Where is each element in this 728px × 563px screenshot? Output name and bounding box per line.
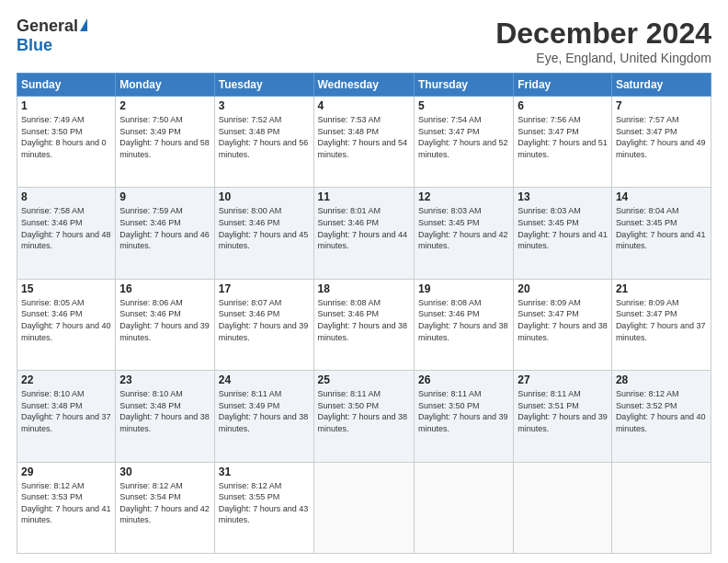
day-info: Sunrise: 7:50 AMSunset: 3:49 PMDaylight:… <box>119 114 210 160</box>
calendar-cell <box>313 462 414 553</box>
day-info: Sunrise: 8:00 AMSunset: 3:46 PMDaylight:… <box>219 205 310 251</box>
day-number: 8 <box>21 190 111 203</box>
daylight-text: Daylight: 7 hours and 37 minutes. <box>616 321 706 342</box>
day-info: Sunrise: 8:12 AMSunset: 3:53 PMDaylight:… <box>21 480 111 526</box>
day-info: Sunrise: 7:52 AMSunset: 3:48 PMDaylight:… <box>219 114 310 160</box>
calendar-cell: 13Sunrise: 8:03 AMSunset: 3:45 PMDayligh… <box>514 188 612 279</box>
sunrise-text: Sunrise: 8:04 AM <box>616 206 679 215</box>
daylight-text: Daylight: 7 hours and 39 minutes. <box>518 412 608 433</box>
sunrise-text: Sunrise: 8:01 AM <box>318 206 381 215</box>
calendar-week-row-3: 15Sunrise: 8:05 AMSunset: 3:46 PMDayligh… <box>17 279 711 370</box>
day-info: Sunrise: 8:11 AMSunset: 3:49 PMDaylight:… <box>219 388 310 434</box>
day-info: Sunrise: 8:06 AMSunset: 3:46 PMDaylight:… <box>119 297 210 343</box>
daylight-text: Daylight: 7 hours and 54 minutes. <box>318 138 408 159</box>
day-number: 15 <box>21 282 111 295</box>
sunrise-text: Sunrise: 8:07 AM <box>219 298 282 307</box>
sunset-text: Sunset: 3:50 PM <box>318 401 380 410</box>
sunset-text: Sunset: 3:46 PM <box>219 218 280 227</box>
calendar-cell: 12Sunrise: 8:03 AMSunset: 3:45 PMDayligh… <box>414 188 513 279</box>
daylight-text: Daylight: 7 hours and 41 minutes. <box>616 230 706 251</box>
calendar-cell: 26Sunrise: 8:11 AMSunset: 3:50 PMDayligh… <box>414 371 513 462</box>
daylight-text: Daylight: 7 hours and 40 minutes. <box>616 412 706 433</box>
sunrise-text: Sunrise: 8:10 AM <box>21 389 85 398</box>
daylight-text: Daylight: 7 hours and 45 minutes. <box>219 230 309 251</box>
day-number: 13 <box>518 190 608 203</box>
day-number: 4 <box>318 99 410 112</box>
daylight-text: Daylight: 7 hours and 38 minutes. <box>418 321 508 342</box>
sunset-text: Sunset: 3:47 PM <box>616 309 677 318</box>
sunset-text: Sunset: 3:46 PM <box>418 309 480 318</box>
day-number: 9 <box>119 190 210 203</box>
sunrise-text: Sunrise: 8:00 AM <box>219 206 282 215</box>
month-title: December 2024 <box>495 17 711 51</box>
sunset-text: Sunset: 3:49 PM <box>119 127 181 136</box>
sunrise-text: Sunrise: 8:08 AM <box>318 298 381 307</box>
day-number: 5 <box>418 99 509 112</box>
sunset-text: Sunset: 3:45 PM <box>518 218 579 227</box>
sunset-text: Sunset: 3:48 PM <box>21 401 83 410</box>
sunrise-text: Sunrise: 7:59 AM <box>119 206 183 215</box>
title-block: December 2024 Eye, England, United Kingd… <box>495 17 711 65</box>
day-info: Sunrise: 8:12 AMSunset: 3:52 PMDaylight:… <box>616 388 707 434</box>
day-info: Sunrise: 7:53 AMSunset: 3:48 PMDaylight:… <box>318 114 410 160</box>
calendar-cell: 3Sunrise: 7:52 AMSunset: 3:48 PMDaylight… <box>214 97 313 188</box>
header: General Blue December 2024 Eye, England,… <box>17 17 711 65</box>
sunset-text: Sunset: 3:53 PM <box>21 492 83 501</box>
sunset-text: Sunset: 3:49 PM <box>219 401 280 410</box>
daylight-text: Daylight: 7 hours and 42 minutes. <box>119 504 210 525</box>
calendar-cell: 1Sunrise: 7:49 AMSunset: 3:50 PMDaylight… <box>17 97 116 188</box>
day-number: 29 <box>21 465 111 478</box>
daylight-text: Daylight: 7 hours and 41 minutes. <box>21 504 111 525</box>
day-number: 18 <box>318 282 410 295</box>
daylight-text: Daylight: 7 hours and 43 minutes. <box>219 504 309 525</box>
calendar-cell: 25Sunrise: 8:11 AMSunset: 3:50 PMDayligh… <box>313 371 414 462</box>
daylight-text: Daylight: 7 hours and 39 minutes. <box>219 321 309 342</box>
day-info: Sunrise: 8:11 AMSunset: 3:50 PMDaylight:… <box>318 388 410 434</box>
sunrise-text: Sunrise: 7:52 AM <box>219 115 282 124</box>
day-info: Sunrise: 8:07 AMSunset: 3:46 PMDaylight:… <box>219 297 310 343</box>
calendar-cell <box>514 462 612 553</box>
page: General Blue December 2024 Eye, England,… <box>0 0 728 563</box>
sunset-text: Sunset: 3:48 PM <box>318 127 380 136</box>
calendar-cell: 2Sunrise: 7:50 AMSunset: 3:49 PMDaylight… <box>116 97 214 188</box>
daylight-text: Daylight: 7 hours and 38 minutes. <box>119 412 210 433</box>
calendar-week-row-4: 22Sunrise: 8:10 AMSunset: 3:48 PMDayligh… <box>17 371 711 462</box>
day-number: 12 <box>418 190 509 203</box>
calendar-cell: 8Sunrise: 7:58 AMSunset: 3:46 PMDaylight… <box>17 188 116 279</box>
logo: General Blue <box>17 17 87 55</box>
day-info: Sunrise: 7:54 AMSunset: 3:47 PMDaylight:… <box>418 114 509 160</box>
calendar-cell: 20Sunrise: 8:09 AMSunset: 3:47 PMDayligh… <box>514 279 612 370</box>
sunset-text: Sunset: 3:47 PM <box>518 309 579 318</box>
sunrise-text: Sunrise: 7:49 AM <box>21 115 85 124</box>
day-number: 24 <box>219 373 310 386</box>
daylight-text: Daylight: 7 hours and 41 minutes. <box>518 230 608 251</box>
calendar-cell: 22Sunrise: 8:10 AMSunset: 3:48 PMDayligh… <box>17 371 116 462</box>
calendar-cell: 28Sunrise: 8:12 AMSunset: 3:52 PMDayligh… <box>611 371 711 462</box>
header-wednesday: Wednesday <box>313 74 414 97</box>
day-info: Sunrise: 8:11 AMSunset: 3:51 PMDaylight:… <box>518 388 608 434</box>
daylight-text: Daylight: 7 hours and 37 minutes. <box>21 412 111 433</box>
day-number: 19 <box>418 282 509 295</box>
day-number: 26 <box>418 373 509 386</box>
day-number: 25 <box>318 373 410 386</box>
calendar-cell: 10Sunrise: 8:00 AMSunset: 3:46 PMDayligh… <box>214 188 313 279</box>
daylight-text: Daylight: 7 hours and 52 minutes. <box>418 138 508 159</box>
daylight-text: Daylight: 7 hours and 56 minutes. <box>219 138 309 159</box>
daylight-text: Daylight: 8 hours and 0 minutes. <box>21 138 107 159</box>
header-tuesday: Tuesday <box>214 74 313 97</box>
calendar-cell: 19Sunrise: 8:08 AMSunset: 3:46 PMDayligh… <box>414 279 513 370</box>
sunset-text: Sunset: 3:46 PM <box>21 218 83 227</box>
day-info: Sunrise: 8:04 AMSunset: 3:45 PMDaylight:… <box>616 205 707 251</box>
day-number: 30 <box>119 465 210 478</box>
header-saturday: Saturday <box>611 74 711 97</box>
day-info: Sunrise: 8:10 AMSunset: 3:48 PMDaylight:… <box>21 388 111 434</box>
sunset-text: Sunset: 3:50 PM <box>418 401 480 410</box>
location-subtitle: Eye, England, United Kingdom <box>495 51 711 65</box>
sunrise-text: Sunrise: 8:09 AM <box>518 298 581 307</box>
sunrise-text: Sunrise: 8:11 AM <box>418 389 482 398</box>
daylight-text: Daylight: 7 hours and 48 minutes. <box>21 230 111 251</box>
day-info: Sunrise: 8:03 AMSunset: 3:45 PMDaylight:… <box>418 205 509 251</box>
sunset-text: Sunset: 3:48 PM <box>219 127 280 136</box>
calendar-cell: 31Sunrise: 8:12 AMSunset: 3:55 PMDayligh… <box>214 462 313 553</box>
sunrise-text: Sunrise: 8:06 AM <box>119 298 183 307</box>
